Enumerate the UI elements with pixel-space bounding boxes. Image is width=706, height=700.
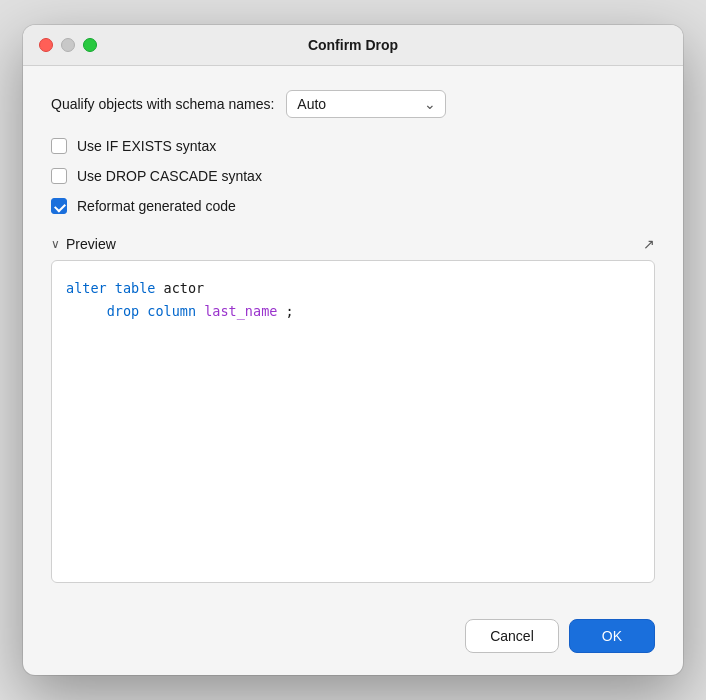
code-block: alter table actor drop column last_name … (66, 277, 640, 323)
preview-label: Preview (66, 236, 116, 252)
schema-select[interactable]: Auto Always Never (286, 90, 446, 118)
schema-row: Qualify objects with schema names: Auto … (51, 90, 655, 118)
semicolon: ; (286, 303, 294, 319)
external-link-icon[interactable]: ↗ (643, 236, 655, 252)
cancel-button[interactable]: Cancel (465, 619, 559, 653)
minimize-button[interactable] (61, 38, 75, 52)
checkbox-if-exists-label: Use IF EXISTS syntax (77, 138, 216, 154)
preview-code-container[interactable]: alter table actor drop column last_name … (51, 260, 655, 583)
preview-title-row: ∨ Preview (51, 236, 116, 252)
dialog-footer: Cancel OK (23, 603, 683, 675)
close-button[interactable] (39, 38, 53, 52)
confirm-drop-dialog: Confirm Drop Qualify objects with schema… (23, 25, 683, 675)
ok-button[interactable]: OK (569, 619, 655, 653)
maximize-button[interactable] (83, 38, 97, 52)
checkbox-reformat-label: Reformat generated code (77, 198, 236, 214)
code-line-2: drop column last_name ; (66, 300, 640, 323)
preview-collapse-chevron[interactable]: ∨ (51, 237, 60, 251)
column-name: last_name (204, 303, 277, 319)
dialog-title: Confirm Drop (308, 37, 398, 53)
preview-section: ∨ Preview ↗ alter table actor drop (51, 236, 655, 583)
code-line-1: alter table actor (66, 277, 640, 300)
checkbox-drop-cascade[interactable] (51, 168, 67, 184)
schema-select-wrapper: Auto Always Never (286, 90, 446, 118)
traffic-lights (39, 38, 97, 52)
checkbox-if-exists[interactable] (51, 138, 67, 154)
keyword-table: table (115, 280, 156, 296)
keyword-drop: drop (107, 303, 140, 319)
checkbox-row-reformat: Reformat generated code (51, 198, 655, 214)
keyword-column: column (147, 303, 196, 319)
dialog-body: Qualify objects with schema names: Auto … (23, 66, 683, 603)
keyword-alter: alter (66, 280, 107, 296)
checkbox-row-if-exists: Use IF EXISTS syntax (51, 138, 655, 154)
checkbox-reformat[interactable] (51, 198, 67, 214)
preview-header: ∨ Preview ↗ (51, 236, 655, 252)
titlebar: Confirm Drop (23, 25, 683, 66)
schema-label: Qualify objects with schema names: (51, 96, 274, 112)
checkbox-drop-cascade-label: Use DROP CASCADE syntax (77, 168, 262, 184)
checkbox-row-drop-cascade: Use DROP CASCADE syntax (51, 168, 655, 184)
table-name: actor (164, 280, 205, 296)
